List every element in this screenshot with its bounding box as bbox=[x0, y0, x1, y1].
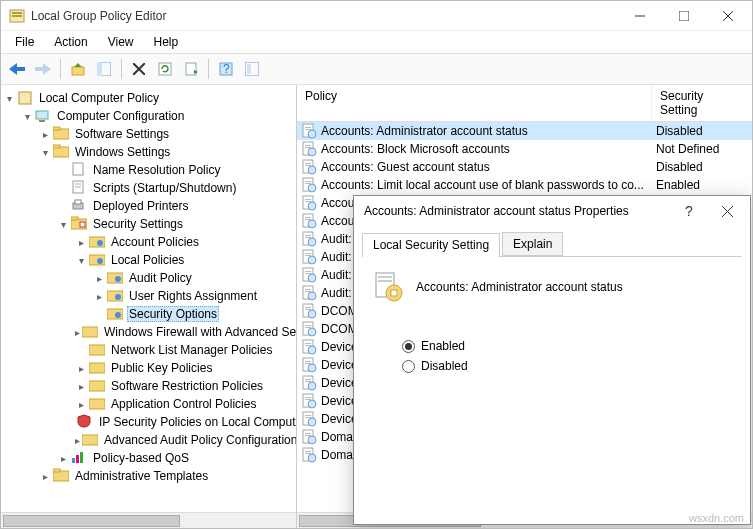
expand-icon[interactable]: ▸ bbox=[75, 362, 87, 374]
svg-rect-4 bbox=[679, 11, 689, 21]
printer-icon bbox=[71, 198, 87, 214]
svg-rect-125 bbox=[305, 417, 311, 418]
expand-icon[interactable]: ▸ bbox=[75, 236, 87, 248]
delete-button[interactable] bbox=[127, 57, 151, 81]
policy-row[interactable]: Accounts: Block Microsoft accountsNot De… bbox=[297, 140, 752, 158]
policy-folder-icon bbox=[107, 270, 123, 286]
radio-label: Disabled bbox=[421, 359, 468, 373]
expand-icon[interactable]: ▸ bbox=[75, 326, 80, 338]
tree-label: Windows Firewall with Advanced Security bbox=[102, 325, 297, 339]
policy-row[interactable]: Accounts: Administrator account statusDi… bbox=[297, 122, 752, 140]
collapse-icon[interactable]: ▾ bbox=[3, 92, 15, 104]
svg-rect-28 bbox=[53, 145, 60, 148]
expand-icon[interactable]: ▸ bbox=[75, 380, 87, 392]
tree-root[interactable]: ▾ Local Computer Policy bbox=[3, 89, 294, 107]
tree-firewall[interactable]: ▸Windows Firewall with Advanced Security bbox=[75, 323, 294, 341]
tree-netlist[interactable]: Network List Manager Policies bbox=[75, 341, 294, 359]
policy-row[interactable]: Accounts: Limit local account use of bla… bbox=[297, 176, 752, 194]
svg-rect-53 bbox=[82, 435, 98, 445]
svg-rect-105 bbox=[305, 327, 311, 328]
expand-icon[interactable]: ▸ bbox=[57, 452, 69, 464]
up-button[interactable] bbox=[66, 57, 90, 81]
tree-label: Name Resolution Policy bbox=[91, 163, 222, 177]
tab-local-security[interactable]: Local Security Setting bbox=[362, 233, 500, 257]
radio-enabled[interactable]: Enabled bbox=[402, 339, 732, 353]
svg-point-102 bbox=[308, 310, 316, 318]
folder-icon bbox=[53, 468, 69, 484]
svg-rect-12 bbox=[97, 62, 102, 76]
tree-audit-policy[interactable]: ▸Audit Policy bbox=[93, 269, 294, 287]
scrollbar-horizontal[interactable] bbox=[1, 512, 296, 528]
column-setting[interactable]: Security Setting bbox=[652, 85, 752, 121]
tree-pubkey[interactable]: ▸Public Key Policies bbox=[75, 359, 294, 377]
tree-scripts[interactable]: Scripts (Startup/Shutdown) bbox=[57, 179, 294, 197]
export-button[interactable] bbox=[179, 57, 203, 81]
svg-point-74 bbox=[308, 184, 316, 192]
svg-rect-108 bbox=[305, 343, 311, 344]
expand-icon[interactable]: ▸ bbox=[75, 434, 80, 446]
collapse-icon[interactable]: ▾ bbox=[75, 254, 87, 266]
tree-windows-settings[interactable]: ▾Windows Settings bbox=[39, 143, 294, 161]
dialog-body: Accounts: Administrator account status E… bbox=[354, 257, 750, 393]
menu-view[interactable]: View bbox=[100, 33, 142, 51]
tree-account-policies[interactable]: ▸Account Policies bbox=[75, 233, 294, 251]
show-hide-tree-button[interactable] bbox=[92, 57, 116, 81]
forward-button[interactable] bbox=[31, 57, 55, 81]
tree-user-rights[interactable]: ▸User Rights Assignment bbox=[93, 287, 294, 305]
tree-software-settings[interactable]: ▸Software Settings bbox=[39, 125, 294, 143]
tree-security-options[interactable]: Security Options bbox=[93, 305, 294, 323]
tree-label: Policy-based QoS bbox=[91, 451, 191, 465]
tree-softrest[interactable]: ▸Software Restriction Policies bbox=[75, 377, 294, 395]
expand-icon[interactable]: ▸ bbox=[93, 290, 105, 302]
scrollbar-thumb[interactable] bbox=[3, 515, 180, 527]
tree-pane[interactable]: ▾ Local Computer Policy ▾ Computer Confi… bbox=[1, 85, 297, 528]
tree-computer-config[interactable]: ▾ Computer Configuration bbox=[21, 107, 294, 125]
tree-ipsec[interactable]: IP Security Policies on Local Computer bbox=[75, 413, 294, 431]
dialog-close-button[interactable] bbox=[708, 198, 746, 224]
menubar: File Action View Help bbox=[1, 31, 752, 53]
svg-rect-133 bbox=[305, 453, 311, 454]
policy-item-icon bbox=[301, 159, 317, 175]
svg-rect-76 bbox=[305, 199, 311, 200]
window-title: Local Group Policy Editor bbox=[31, 9, 618, 23]
expand-icon[interactable]: ▸ bbox=[93, 272, 105, 284]
tree-admin-templates[interactable]: ▸Administrative Templates bbox=[39, 467, 294, 485]
close-button[interactable] bbox=[706, 2, 750, 30]
expand-icon[interactable]: ▸ bbox=[75, 398, 87, 410]
policy-row[interactable]: Accounts: Guest account statusDisabled bbox=[297, 158, 752, 176]
expand-icon[interactable]: ▸ bbox=[39, 470, 51, 482]
menu-action[interactable]: Action bbox=[46, 33, 95, 51]
svg-point-130 bbox=[308, 436, 316, 444]
collapse-icon[interactable]: ▾ bbox=[39, 146, 51, 158]
collapse-icon[interactable]: ▾ bbox=[21, 110, 33, 122]
column-policy[interactable]: Policy bbox=[297, 85, 652, 121]
tree-appctrl[interactable]: ▸Application Control Policies bbox=[75, 395, 294, 413]
radio-disabled[interactable]: Disabled bbox=[402, 359, 732, 373]
tree-local-policies[interactable]: ▾Local Policies bbox=[75, 251, 294, 269]
filter-button[interactable] bbox=[240, 57, 264, 81]
tab-explain[interactable]: Explain bbox=[502, 232, 563, 256]
collapse-icon[interactable]: ▾ bbox=[57, 218, 69, 230]
tree-qos[interactable]: ▸Policy-based QoS bbox=[57, 449, 294, 467]
dialog-help-button[interactable]: ? bbox=[670, 198, 708, 224]
svg-point-62 bbox=[308, 130, 316, 138]
tree-label: Application Control Policies bbox=[109, 397, 258, 411]
back-button[interactable] bbox=[5, 57, 29, 81]
refresh-button[interactable] bbox=[153, 57, 177, 81]
tree-label: Advanced Audit Policy Configuration bbox=[102, 433, 297, 447]
svg-rect-81 bbox=[305, 219, 311, 220]
tree-printers[interactable]: Deployed Printers bbox=[57, 197, 294, 215]
folder-icon bbox=[53, 126, 69, 142]
expand-icon[interactable]: ▸ bbox=[39, 128, 51, 140]
tree-name-resolution[interactable]: Name Resolution Policy bbox=[57, 161, 294, 179]
menu-file[interactable]: File bbox=[7, 33, 42, 51]
properties-dialog: Accounts: Administrator account status P… bbox=[353, 195, 751, 525]
menu-help[interactable]: Help bbox=[146, 33, 187, 51]
maximize-button[interactable] bbox=[662, 2, 706, 30]
radio-icon bbox=[402, 340, 415, 353]
computer-icon bbox=[35, 108, 51, 124]
minimize-button[interactable] bbox=[618, 2, 662, 30]
help-button[interactable]: ? bbox=[214, 57, 238, 81]
tree-security-settings[interactable]: ▾Security Settings bbox=[57, 215, 294, 233]
tree-advaudit[interactable]: ▸Advanced Audit Policy Configuration bbox=[75, 431, 294, 449]
